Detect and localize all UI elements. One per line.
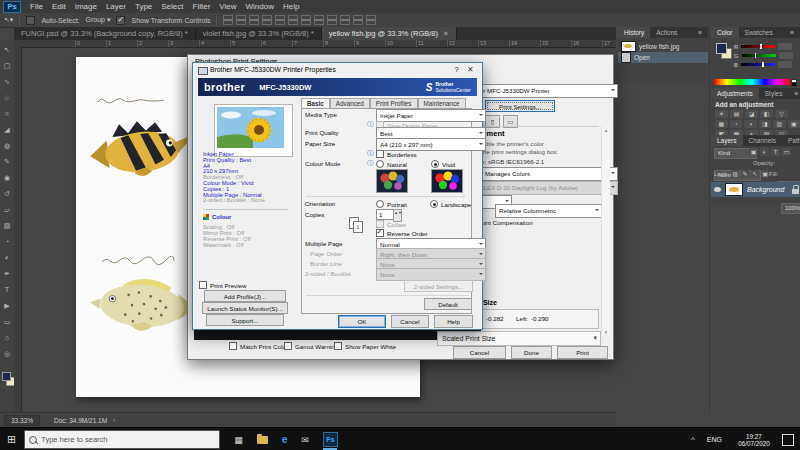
brush-tool[interactable]: ✎ [1,154,14,170]
eraser-tool[interactable]: ▱ [1,202,14,218]
printer-profile-dropdown[interactable]: ARRIFLEX D-20 Daylight Log (by Adobe) [461,181,618,195]
start-button[interactable]: ⊞ [7,433,16,446]
tab-actions[interactable]: Actions [650,27,683,38]
file-explorer-icon[interactable] [257,436,268,444]
document-tab[interactable]: violet fish.jpg @ 33.3% (RGB/8) *✕ [196,27,322,40]
landscape-radio[interactable] [430,200,438,208]
move-tool-icon[interactable]: ↖▾ [4,16,13,24]
align-top-icon[interactable] [262,15,272,25]
print-settings-button[interactable]: Print Settings... [485,100,555,112]
menu-item[interactable]: Image [75,2,97,11]
background-layer-row[interactable]: Background [711,182,800,197]
path-select-tool[interactable]: ▶ [1,298,14,314]
support-button[interactable]: Support... [206,314,284,326]
scroll-down-icon[interactable]: ▾ [602,329,610,335]
align-middle-icon[interactable] [275,15,285,25]
filter-pixel-icon[interactable]: ▣ [749,148,758,156]
curves-icon[interactable]: ◪ [745,110,758,118]
help-icon[interactable]: ? [451,65,462,75]
filter-type-icon[interactable]: T [771,148,780,156]
show-paper-white-checkbox[interactable] [334,342,342,350]
vivid-radio[interactable] [431,160,439,168]
menu-item[interactable]: Help [283,2,299,11]
photo-filter-icon[interactable]: ◨ [759,120,772,128]
paper-size-dropdown[interactable]: A4 (210 x 297 mm) [376,138,486,151]
tab-adjustments[interactable]: Adjustments [711,88,759,99]
lock-transparency-icon[interactable]: ▨ [731,170,739,178]
black-white-icon[interactable]: ◑ [744,120,757,128]
history-snapshot[interactable]: yellow fish.jpg [618,41,708,52]
scrollbar[interactable]: ▴ ▾ [601,127,610,335]
history-brush-tool[interactable]: ↺ [1,186,14,202]
filter-shape-icon[interactable]: ▭ [782,148,791,156]
brother-tab[interactable]: Maintenance [418,98,466,109]
tab-layers[interactable]: Layers [711,135,743,146]
panel-menu-icon[interactable]: ≡ [784,27,800,38]
notification-center-icon[interactable] [782,434,794,446]
menu-item[interactable]: View [219,2,236,11]
blue-slider[interactable] [741,63,775,66]
marquee-tool[interactable]: ▢ [1,58,14,74]
edge-icon[interactable]: e [282,434,288,445]
match-print-colors-checkbox[interactable] [229,342,237,350]
levels-icon[interactable]: ▤ [730,110,743,118]
menu-item[interactable]: File [30,2,43,11]
green-value-field[interactable] [779,52,793,59]
eyedropper-tool[interactable]: ◢ [1,122,14,138]
brother-tab[interactable]: Advanced [330,98,370,109]
cancel-button[interactable]: Cancel [391,315,429,328]
foreground-color-swatch[interactable] [716,43,727,54]
default-button[interactable]: Default [424,298,472,310]
menu-item[interactable]: Select [161,2,183,11]
color-lookup-icon[interactable]: ▣ [788,120,800,128]
brother-tab[interactable]: Print Profiles [370,98,418,109]
lock-position-icon[interactable]: ↖ [751,170,759,178]
tab-styles[interactable]: Styles [759,88,789,99]
tab-channels[interactable]: Channels [743,135,782,146]
menu-item[interactable]: Filter [193,2,211,11]
lock-all-icon[interactable]: ▣ [761,170,769,178]
blur-tool[interactable]: ◔ [1,234,14,250]
zoom-level-field[interactable]: 33.33% [4,415,40,426]
exposure-icon[interactable]: ◧ [760,110,773,118]
fill-field[interactable]: 100% [781,203,800,214]
copies-field[interactable]: 1 [376,209,394,220]
photoshop-taskbar-icon[interactable]: Ps [323,432,338,447]
layer-visibility-icon[interactable] [714,187,721,192]
language-indicator[interactable]: ENG [707,436,722,443]
align-right-icon[interactable] [249,15,259,25]
top-value[interactable]: -0.282 [486,315,504,322]
tray-chevron-icon[interactable]: ^ [691,435,695,444]
red-slider[interactable] [741,45,775,48]
clone-stamp-tool[interactable]: ◉ [1,170,14,186]
crop-tool[interactable]: ⌗ [1,106,14,122]
dodge-tool[interactable]: ◐ [1,250,14,266]
tab-history[interactable]: History [618,27,650,38]
help-button[interactable]: Help [434,315,473,328]
borderless-checkbox[interactable] [376,150,384,158]
align-left-icon[interactable] [223,15,233,25]
ok-button[interactable]: OK [338,315,386,328]
hand-tool[interactable]: ⌂ [1,330,14,346]
color-balance-icon[interactable]: ◔ [730,120,743,128]
left-value[interactable]: -0.290 [531,315,549,322]
gamut-warning-checkbox[interactable] [284,342,292,350]
scaled-print-size-section[interactable]: Scaled Print Size ▾ [437,331,601,346]
reverse-order-checkbox[interactable] [376,229,384,237]
menu-item[interactable]: Edit [52,2,66,11]
distribute-middle-icon[interactable] [353,15,363,25]
green-slider[interactable] [742,54,776,57]
brightness-contrast-icon[interactable]: ☀ [715,110,728,118]
natural-radio[interactable] [376,160,384,168]
foreground-color-swatch[interactable] [2,372,11,381]
add-profile-button[interactable]: Add Profile(J)... [204,290,286,302]
move-tool[interactable]: ↖ [1,42,14,58]
color-handling-dropdown[interactable]: Printer Manages Colors [461,167,618,181]
print-button[interactable]: Print [557,346,608,359]
task-view-icon[interactable]: ▦ [234,435,243,445]
distribute-left-icon[interactable] [301,15,311,25]
search-box[interactable]: Type here to search [24,430,220,449]
red-value-field[interactable] [778,43,792,50]
rendering-intent-dropdown[interactable]: Relative Colorimetric [495,204,602,218]
media-type-dropdown[interactable]: Inkjet Paper [376,109,486,122]
